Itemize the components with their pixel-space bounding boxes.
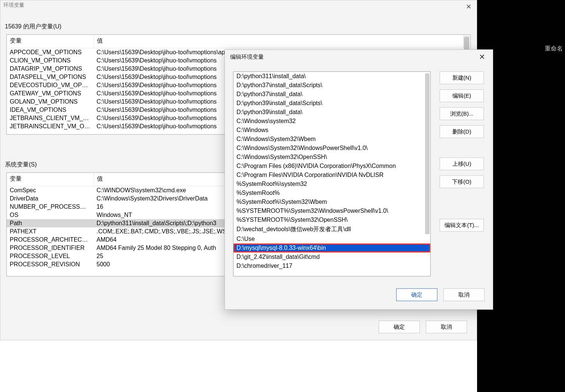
list-item[interactable]: C:\Use (233, 235, 430, 244)
cell-var: JETBRAINSCLIENT_VM_OPTI... (7, 122, 94, 131)
cell-var: JETBRAINS_CLIENT_VM_OPT... (7, 114, 94, 122)
delete-button[interactable]: 删除(D) (440, 125, 484, 138)
list-item[interactable]: D:\python311\install_data\ (233, 72, 430, 81)
cell-var: CLION_VM_OPTIONS (7, 56, 94, 65)
user-vars-label: 15639 的用户变量(U) (5, 23, 477, 31)
env-vars-buttons: 确定 取消 (374, 321, 467, 333)
cell-var: PROCESSOR_REVISION (7, 260, 94, 269)
list-item[interactable]: C:\Program Files (x86)\NVIDIA Corporatio… (233, 162, 430, 171)
env-vars-title: 环境变量 (0, 0, 477, 10)
path-list[interactable]: D:\python311\install_data\D:\python37\in… (233, 71, 431, 276)
cell-var: DATASPELL_VM_OPTIONS (7, 73, 94, 81)
list-item[interactable]: D:\python39\install_data\ (233, 108, 430, 117)
list-item[interactable]: D:\python39\install_data\Scripts\ (233, 99, 430, 108)
list-item[interactable]: %SystemRoot%\System32\Wbem (233, 197, 430, 206)
new-button[interactable]: 新建(N) (440, 71, 484, 84)
cell-var: PROCESSOR_LEVEL (7, 252, 94, 260)
cell-var: GOLAND_VM_OPTIONS (7, 98, 94, 106)
move-down-button[interactable]: 下移(O) (440, 175, 484, 188)
cell-var: NUMBER_OF_PROCESSORS (7, 203, 94, 211)
list-item[interactable]: C:\Windows\system32 (233, 117, 430, 126)
list-item[interactable]: D:\mysql\mysql-8.0.33-winx64\bin (233, 244, 430, 252)
cell-var: PROCESSOR_ARCHITECTURE (7, 236, 94, 244)
list-item[interactable]: D:\python37\install_data\ (233, 90, 430, 99)
list-item[interactable]: %SystemRoot%\system32 (233, 180, 430, 189)
cell-var: IDEA_VM_OPTIONS (7, 106, 94, 114)
scrollbar-thumb[interactable] (425, 73, 430, 234)
close-icon[interactable]: ✕ (475, 51, 489, 63)
list-item[interactable]: %SYSTEMROOT%\System32\OpenSSH\ (233, 215, 430, 224)
cell-var: DATAGRIP_VM_OPTIONS (7, 65, 94, 73)
cell-var: APPCODE_VM_OPTIONS (7, 48, 94, 57)
cell-var: Path (7, 219, 94, 227)
cell-var: OS (7, 211, 94, 219)
list-item[interactable]: C:\Windows\System32\Wbem (233, 135, 430, 144)
edit-action-buttons: 新建(N) 编辑(E) 浏览(B)... 删除(D) 上移(U) 下移(O) 编… (440, 71, 488, 276)
list-item[interactable]: D:\python37\install_data\Scripts\ (233, 81, 430, 90)
cell-var: PROCESSOR_IDENTIFIER (7, 244, 94, 252)
cell-var: ComSpec (7, 186, 94, 195)
edit-dialog-titlebar[interactable]: 编辑环境变量 ✕ (225, 50, 493, 64)
list-item[interactable]: C:\Windows\System32\WindowsPowerShell\v1… (233, 144, 430, 153)
cell-var: DriverData (7, 195, 94, 203)
cell-var: GATEWAY_VM_OPTIONS (7, 89, 94, 98)
edit-text-button[interactable]: 编辑文本(T)... (440, 219, 484, 232)
list-item[interactable]: C:\Windows\System32\OpenSSH\ (233, 153, 430, 162)
close-icon[interactable]: ✕ (466, 3, 471, 11)
list-item[interactable]: C:\Program Files\NVIDIA Corporation\NVID… (233, 171, 430, 180)
background-label: 重命名 (545, 45, 563, 53)
list-item[interactable]: %SystemRoot% (233, 189, 430, 197)
edit-dialog-bottom-buttons: 确定 取消 (392, 288, 485, 301)
ok-button[interactable]: 确定 (396, 288, 437, 301)
col-header-variable[interactable]: 变量 (7, 173, 94, 186)
list-item[interactable]: C:\Windows (233, 126, 430, 135)
move-up-button[interactable]: 上移(U) (440, 157, 484, 170)
edit-button[interactable]: 编辑(E) (440, 89, 484, 102)
ok-button[interactable]: 确定 (379, 321, 420, 333)
cancel-button[interactable]: 取消 (426, 321, 467, 333)
list-item[interactable]: D:\chromedriver_117 (233, 261, 430, 270)
edit-dialog-title: 编辑环境变量 (230, 53, 264, 61)
list-item[interactable]: D:\wechat_devtools\微信web开发者工具\dll (233, 224, 430, 235)
browse-button[interactable]: 浏览(B)... (440, 107, 484, 120)
list-item[interactable]: %SYSTEMROOT%\System32\WindowsPowerShell\… (233, 206, 430, 215)
cancel-button[interactable]: 取消 (443, 288, 485, 301)
col-header-variable[interactable]: 变量 (7, 35, 94, 48)
list-item[interactable]: D:\git_2.42\install_data\Git\cmd (233, 252, 430, 261)
col-header-value[interactable]: 值 (94, 35, 464, 48)
cell-var: PATHEXT (7, 227, 94, 236)
edit-env-var-dialog: 编辑环境变量 ✕ D:\python311\install_data\D:\py… (225, 49, 493, 310)
cell-var: DEVECOSTUDIO_VM_OPTIO... (7, 81, 94, 89)
